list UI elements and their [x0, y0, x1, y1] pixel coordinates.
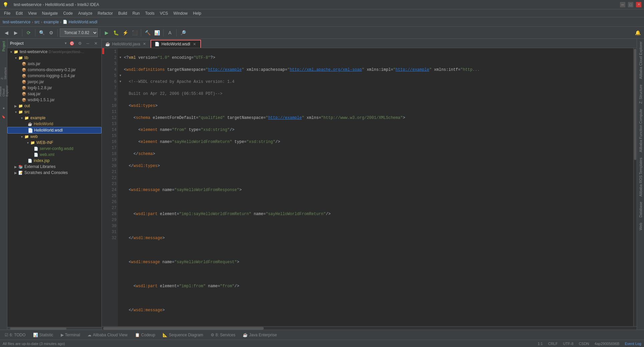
tree-item-lib[interactable]: ▾ 📁 lib — [7, 55, 101, 61]
status-event-log[interactable]: Event Log — [625, 342, 641, 346]
tree-item-webinf[interactable]: ▾ 📁 WEB-INF — [7, 140, 101, 146]
toolbar-rebuild-button[interactable]: 🔨 — [143, 28, 152, 37]
menu-help[interactable]: Help — [190, 10, 204, 16]
right-panel-database[interactable]: Database — [638, 199, 643, 220]
toolbar-stop-button[interactable]: ⬛ — [130, 28, 139, 37]
fold-2[interactable]: ▾ — [118, 54, 123, 60]
menu-file[interactable]: File — [1, 10, 13, 16]
tree-item-src[interactable]: ▾ 📁 src — [7, 109, 101, 115]
tree-icon-src: 📁 — [18, 109, 23, 115]
toolbar-settings-button[interactable]: ⚙ — [47, 28, 55, 37]
fold-5[interactable]: ▾ — [118, 72, 123, 78]
project-locate-button[interactable]: 🎯 — [69, 40, 75, 46]
menu-navigate[interactable]: Navigate — [39, 10, 60, 16]
tree-item-saaj[interactable]: 📦 saaj.jar — [7, 91, 101, 97]
sidebar-cloud-icon[interactable]: Alibaba Cloud Explorer — [0, 88, 7, 94]
right-panel-web[interactable]: Web — [638, 220, 643, 233]
sidebar-structure-icon[interactable]: Z: Structure — [0, 70, 7, 77]
close-button[interactable]: ✕ — [636, 2, 641, 7]
bottom-tab-terminal[interactable]: ▶ Terminal — [57, 331, 83, 339]
fold-6[interactable]: ▾ — [118, 78, 123, 84]
menu-build[interactable]: Build — [116, 10, 130, 16]
bottom-tab-java-enterprise[interactable]: ☕ Java Enterprise — [239, 331, 280, 339]
project-scrollbar[interactable] — [7, 327, 101, 330]
code-area[interactable]: <?xml version="1.0" encoding="UTF-8"?> <… — [123, 48, 633, 326]
menu-code[interactable]: Code — [60, 10, 75, 16]
menu-window[interactable]: Window — [171, 10, 190, 16]
project-config-button[interactable]: ⚙ — [77, 40, 83, 46]
maximize-button[interactable]: □ — [628, 2, 633, 7]
tab-close-wsdl[interactable]: ✕ — [192, 42, 197, 46]
tree-item-jaxrpc[interactable]: 📦 jaxrpc.jar — [7, 79, 101, 85]
breadcrumb-project[interactable]: test-webservice — [3, 20, 30, 24]
menu-vcs[interactable]: VCS — [157, 10, 171, 16]
menu-tools[interactable]: Tools — [143, 10, 157, 16]
project-header-dropdown[interactable]: ▾ — [65, 41, 67, 45]
tree-item-helloworld-java[interactable]: ☕ HelloWorld — [7, 121, 101, 127]
tree-item-server-config[interactable]: 📄 server-config.wsdd — [7, 146, 101, 152]
breadcrumb-file[interactable]: HelloWorld.wsdl — [69, 20, 97, 24]
status-charset[interactable]: UTF-8 — [563, 342, 573, 346]
right-panel-function-compute[interactable]: Alibaba Function Compute — [638, 106, 643, 155]
editor-scrollbar[interactable] — [633, 48, 637, 326]
tab-close-java[interactable]: ✕ — [142, 42, 147, 46]
menu-analyze[interactable]: Analyze — [75, 10, 95, 16]
tree-item-commons-logging[interactable]: 📦 commons-logging-1.0.4.jar — [7, 73, 101, 79]
minimize-button[interactable]: ─ — [620, 2, 625, 7]
tree-item-index-jsp[interactable]: 📄 index.jsp — [7, 158, 101, 164]
editor-hscrollbar[interactable] — [102, 326, 637, 330]
editor-scrollbar-thumb[interactable] — [634, 49, 636, 160]
bottom-tab-statistic[interactable]: 📊 Statistic — [30, 331, 57, 339]
menu-refactor[interactable]: Refactor — [95, 10, 116, 16]
tree-item-example[interactable]: ▾ 📁 example — [7, 115, 101, 121]
toolbar-sync-button[interactable]: ⟳ — [24, 28, 33, 37]
sidebar-favorites-icon[interactable]: ★ — [0, 105, 7, 112]
menu-view[interactable]: View — [25, 10, 39, 16]
toolbar-forward-button[interactable]: ▶ — [11, 28, 20, 37]
tree-item-root[interactable]: ▾ 📁 test-webservice D:\work\project\test… — [7, 49, 101, 55]
breadcrumb-src[interactable]: src — [34, 20, 40, 24]
bottom-tab-sequence[interactable]: 📐 Sequence Diagram — [159, 331, 207, 339]
toolbar-coverage-button[interactable]: ⚡ — [121, 28, 130, 37]
line-num-5: 5 — [106, 73, 117, 79]
sidebar-bookmark-icon[interactable]: 🔖 — [0, 114, 7, 120]
tree-item-web-xml[interactable]: 📄 web.xml — [7, 152, 101, 158]
project-collapse-button[interactable]: ─ — [85, 40, 91, 46]
tree-item-web[interactable]: ▾ 📁 web — [7, 134, 101, 140]
tree-item-helloworld-wsdl[interactable]: 📄 HelloWorld.wsdl — [7, 127, 101, 134]
editor-hscrollbar-thumb[interactable] — [103, 327, 264, 330]
status-position[interactable]: 1:1 — [538, 342, 543, 346]
right-panel-structure[interactable]: Z: Structure — [638, 82, 643, 106]
toolbar-profile-button[interactable]: 📊 — [153, 28, 161, 37]
tree-item-axis[interactable]: 📦 axis.jar — [7, 61, 101, 67]
tab-helloworld-wsdl[interactable]: 📄 HelloWorld.wsdl ✕ — [151, 40, 201, 48]
tree-item-external-libs[interactable]: ▶ 📚 External Libraries — [7, 164, 101, 170]
right-panel-alibaba-cloud[interactable]: Alibaba Cloud Explorer — [638, 39, 643, 82]
tab-helloworld-java[interactable]: ☕ HelloWorld.java ✕ — [102, 40, 151, 48]
tree-item-out[interactable]: ▶ 📁 out — [7, 103, 101, 109]
toolbar-search-everywhere-button[interactable]: 🔎 — [179, 28, 187, 37]
status-crlf[interactable]: CRLF — [548, 342, 558, 346]
tree-item-commons-discovery[interactable]: 📦 commons-discovery-0.2.jar — [7, 67, 101, 73]
bottom-tab-todo[interactable]: ☑ 6: TODO — [1, 331, 29, 339]
toolbar-notifications-button[interactable]: 🔔 — [633, 28, 642, 37]
tree-item-scratches[interactable]: ▶ 📝 Scratches and Consoles — [7, 170, 101, 176]
toolbar-run-button[interactable]: ▶ — [102, 28, 111, 37]
toolbar-search-button[interactable]: 🔍 — [37, 28, 46, 37]
bottom-tab-codeup[interactable]: 📋 Codeup — [132, 331, 159, 339]
tree-item-log4j[interactable]: 📦 log4j-1.2.8.jar — [7, 85, 101, 91]
toolbar-debug-button[interactable]: 🐛 — [112, 28, 120, 37]
toolbar-translate-button[interactable]: A — [166, 28, 174, 37]
menu-edit[interactable]: Edit — [13, 10, 25, 16]
fold-1[interactable] — [118, 48, 123, 54]
toolbar-back-button[interactable]: ◀ — [2, 28, 11, 37]
tree-item-wsdl4j[interactable]: 📦 wsdl4j-1.5.1.jar — [7, 97, 101, 103]
menu-run[interactable]: Run — [130, 10, 143, 16]
bottom-tab-alibaba-cloud-view[interactable]: ☁ Alibaba Cloud View — [84, 331, 131, 339]
run-config-selector[interactable]: Tomcat 7.0.82 — [60, 28, 98, 37]
sidebar-project-icon[interactable]: Project — [0, 43, 7, 49]
breadcrumb-example[interactable]: example — [44, 20, 59, 24]
right-panel-ros[interactable]: Alibaba ROS Templates — [638, 155, 643, 199]
bottom-tab-services[interactable]: ⚙ 8: Services — [207, 331, 239, 339]
project-close-button[interactable]: ✕ — [93, 40, 99, 46]
